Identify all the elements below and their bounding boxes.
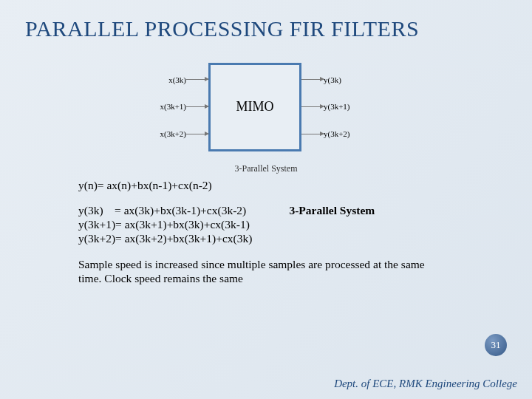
arrow-icon	[186, 79, 208, 80]
summary-text: Sample speed is increased since multiple…	[78, 258, 507, 286]
mimo-figure: x(3k) x(3k+1) x(3k+2) MIMO y(3k)	[148, 55, 384, 174]
output-arrows	[301, 66, 324, 148]
output-labels: y(3k) y(3k+1) y(3k+2)	[324, 66, 368, 148]
equation-line: y(3k) = ax(3k)+bx(3k-1)+cx(3k-2)	[78, 204, 252, 218]
output-label: y(3k)	[324, 75, 341, 84]
system-label: 3-Parallel System	[289, 204, 375, 246]
input-label: x(3k)	[168, 75, 186, 84]
output-label: y(3k+2)	[324, 129, 350, 138]
figure-container: x(3k) x(3k+1) x(3k+2) MIMO y(3k)	[25, 55, 507, 174]
arrow-icon	[301, 106, 324, 107]
parallel-equations: y(3k) = ax(3k)+bx(3k-1)+cx(3k-2) y(3k+1)…	[78, 204, 252, 246]
arrow-icon	[186, 106, 208, 107]
mimo-diagram: x(3k) x(3k+1) x(3k+2) MIMO y(3k)	[148, 55, 384, 159]
base-equation: y(n)= ax(n)+bx(n-1)+cx(n-2)	[78, 179, 507, 193]
slide-title: PARALLEL PROCESSING FIR FILTERS	[25, 16, 507, 42]
arrow-icon	[186, 134, 208, 134]
input-labels: x(3k) x(3k+1) x(3k+2)	[148, 66, 186, 148]
figure-caption: 3-Parallel System	[148, 163, 384, 174]
footer-text: Dept. of ECE, RMK Engineering College	[334, 378, 517, 390]
output-label: y(3k+1)	[324, 102, 350, 111]
equation-line: y(n)= ax(n)+bx(n-1)+cx(n-2)	[78, 179, 507, 193]
input-label: x(3k+1)	[160, 102, 186, 111]
parallel-equations-row: y(3k) = ax(3k)+bx(3k-1)+cx(3k-2) y(3k+1)…	[78, 204, 507, 246]
content-area: y(n)= ax(n)+bx(n-1)+cx(n-2) y(3k) = ax(3…	[25, 179, 507, 286]
slide: PARALLEL PROCESSING FIR FILTERS x(3k) x(…	[0, 0, 532, 399]
input-arrows	[186, 66, 208, 148]
mimo-box: MIMO	[208, 63, 301, 151]
arrow-icon	[301, 79, 324, 80]
arrow-icon	[301, 134, 324, 134]
equation-line: y(3k+2)= ax(3k+2)+bx(3k+1)+cx(3k)	[78, 232, 252, 246]
equation-line: y(3k+1)= ax(3k+1)+bx(3k)+cx(3k-1)	[78, 218, 252, 232]
page-number-badge: 31	[485, 334, 507, 356]
input-label: x(3k+2)	[160, 129, 186, 138]
